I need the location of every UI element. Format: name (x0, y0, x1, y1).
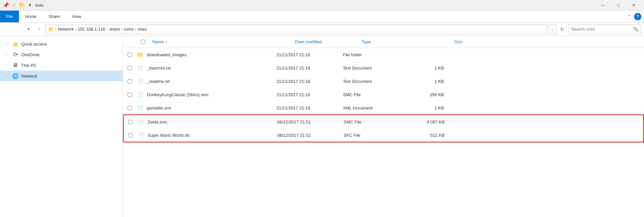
search-icon[interactable]: 🔍 (633, 27, 638, 32)
quick-access-label: Quick access (21, 42, 47, 47)
ribbon-right: ⌃ ? (627, 11, 644, 22)
checkbox-supermario[interactable] (126, 131, 134, 139)
path-sep-0: › (55, 27, 56, 32)
this-pc-icon: 🖥 (12, 62, 19, 69)
pin-icon[interactable]: 📌 (3, 2, 9, 9)
select-all-checkbox[interactable] (139, 38, 147, 46)
file-row-zelda[interactable]: 📄 Zelda.smc 08/12/2017 21:51 SMC File 4 … (124, 115, 643, 128)
address-path[interactable]: 📁 › Network › 192.168.1.116 › share › ro… (45, 25, 547, 34)
file-row-supermario[interactable]: 📄 Super Mario World.sfc 08/12/2017 21:52… (124, 128, 643, 142)
file-row-donkeykong[interactable]: 📄 DonkeyKongClassic (Shiru).smc 21/11/20… (123, 88, 644, 101)
name-readme: _readme.txt (147, 79, 276, 84)
sidebar: › ⭐ Quick access › ⟳ OneDrive › 🖥 This P… (0, 36, 123, 217)
this-pc-expand-icon[interactable]: › (4, 63, 9, 68)
file-row-lisezmoi[interactable]: 📄 _lisezmoi.txt 21/11/2017 21:18 Text Do… (123, 61, 644, 75)
tab-home[interactable]: Home (19, 11, 43, 22)
file-icon-gamelist: 📄 (136, 104, 144, 112)
name-downloaded-images: downloaded_images (147, 52, 276, 57)
search-box[interactable]: 🔍 (568, 25, 641, 34)
network-icon: 🌐 (12, 73, 19, 79)
main-content: › ⭐ Quick access › ⟳ OneDrive › 🖥 This P… (0, 36, 644, 217)
col-header-name[interactable]: Name ▲ (150, 36, 292, 48)
dropdown-icon[interactable]: ▼ (27, 2, 33, 9)
sidebar-item-this-pc[interactable]: › 🖥 This PC (0, 60, 123, 71)
up-button[interactable]: ↑ (35, 25, 44, 34)
folder-icon-downloaded-images: 📁 (136, 51, 144, 59)
file-icon-zelda: 📄 (137, 118, 145, 126)
checkbox-donkeykong[interactable] (126, 91, 134, 99)
type-readme: Text Document (343, 79, 409, 84)
date-readme: 21/11/2017 21:18 (276, 79, 343, 84)
path-folder-icon: 📁 (48, 27, 54, 32)
maximize-button[interactable]: □ (611, 0, 626, 11)
minimize-button[interactable]: ─ (595, 0, 611, 11)
date-lisezmoi: 21/11/2017 21:18 (276, 66, 343, 71)
file-icon-lisezmoi: 📄 (136, 64, 144, 72)
quick-access-expand-icon[interactable]: › (4, 41, 9, 47)
file-area: Name ▲ Date modified Type Size 📁 downloa… (123, 36, 644, 217)
onedrive-expand-icon[interactable]: › (4, 52, 9, 57)
back-button[interactable]: ← (3, 25, 12, 34)
checkbox-gamelist[interactable] (126, 104, 134, 112)
address-dropdown-button[interactable]: ⌄ (548, 25, 556, 34)
search-input[interactable] (571, 27, 632, 32)
name-supermario: Super Mario World.sfc (148, 133, 277, 138)
date-zelda: 08/12/2017 21:51 (277, 119, 344, 124)
file-row-downloaded-images[interactable]: 📁 downloaded_images 21/11/2017 21:18 Fil… (123, 48, 644, 61)
col-header-date[interactable]: Date modified (292, 36, 359, 48)
size-supermario: 512 KB (410, 133, 450, 138)
date-supermario: 08/12/2017 21:52 (277, 133, 344, 138)
file-icon-readme: 📄 (136, 77, 144, 85)
close-button[interactable]: ✕ (626, 0, 641, 11)
size-zelda: 4 097 KB (410, 119, 450, 124)
col-header-size[interactable]: Size (425, 36, 465, 48)
title-bar-icons: 📌 ✓ 📁 ▼ (3, 2, 33, 9)
name-gamelist: gamelist.xml (147, 106, 276, 110)
path-sep-4: › (135, 27, 136, 32)
refresh-button[interactable]: ↻ (558, 25, 567, 34)
path-share[interactable]: share (109, 27, 120, 32)
size-donkeykong: 256 KB (409, 92, 449, 97)
help-button[interactable]: ? (634, 13, 641, 20)
quick-access-icon: ⭐ (12, 41, 19, 47)
path-roms[interactable]: roms (124, 27, 134, 32)
sidebar-item-onedrive[interactable]: › ⟳ OneDrive (0, 49, 123, 60)
date-downloaded-images: 21/11/2017 21:18 (276, 52, 343, 57)
folder-icon[interactable]: 📁 (19, 2, 25, 9)
name-lisezmoi: _lisezmoi.txt (147, 66, 276, 71)
path-network[interactable]: Network (58, 27, 74, 32)
title-bar: 📌 ✓ 📁 ▼ snes ─ □ ✕ (0, 0, 644, 11)
column-header: Name ▲ Date modified Type Size (123, 36, 644, 48)
file-row-readme[interactable]: 📄 _readme.txt 21/11/2017 21:18 Text Docu… (123, 75, 644, 88)
network-expand-icon[interactable]: › (4, 73, 9, 79)
path-ip[interactable]: 192.168.1.116 (78, 27, 105, 32)
checkbox-readme[interactable] (126, 77, 134, 85)
ribbon-collapse-icon[interactable]: ⌃ (627, 14, 631, 19)
type-downloaded-images: File folder (343, 52, 409, 57)
ribbon: File Home Share View ⌃ ? (0, 11, 644, 23)
file-menu-button[interactable]: File (0, 11, 19, 22)
sidebar-item-quick-access[interactable]: › ⭐ Quick access (0, 39, 123, 49)
tab-share[interactable]: Share (43, 11, 66, 22)
path-sep-1: › (75, 27, 76, 32)
forward-button[interactable]: → (13, 25, 23, 34)
path-sep-2: › (107, 27, 108, 32)
col-header-type[interactable]: Type (359, 36, 425, 48)
sidebar-item-network[interactable]: › 🌐 Network (0, 71, 123, 81)
checkbox-downloaded-images[interactable] (126, 51, 134, 59)
file-icon-supermario: 📄 (137, 131, 145, 139)
tab-view[interactable]: View (66, 11, 87, 22)
path-snes[interactable]: snes (138, 27, 147, 32)
type-gamelist: XML Document (343, 106, 409, 110)
file-row-gamelist[interactable]: 📄 gamelist.xml 21/11/2017 21:18 XML Docu… (123, 101, 644, 114)
window-title: snes (35, 3, 44, 8)
check-icon[interactable]: ✓ (11, 2, 17, 9)
date-gamelist: 21/11/2017 21:18 (276, 106, 343, 110)
recent-locations-button[interactable]: ▼ (24, 25, 33, 34)
type-lisezmoi: Text Document (343, 66, 409, 71)
size-gamelist: 1 KB (409, 106, 449, 110)
type-donkeykong: SMC File (343, 92, 409, 97)
checkbox-zelda[interactable] (126, 118, 134, 126)
header-checkbox[interactable] (141, 40, 145, 44)
checkbox-lisezmoi[interactable] (126, 64, 134, 72)
